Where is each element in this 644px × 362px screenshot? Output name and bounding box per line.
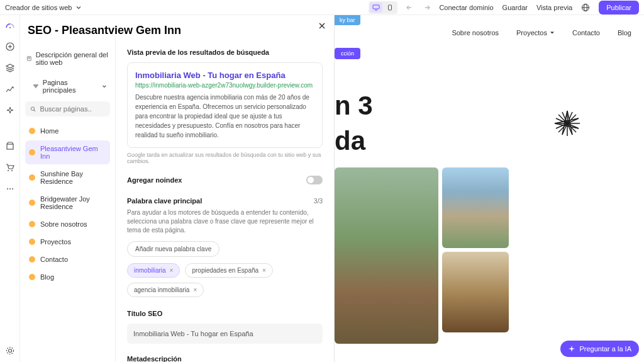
- save-link[interactable]: Guardar: [502, 4, 528, 11]
- keyword-help-text: Para ayudar a los motores de búsqueda a …: [127, 208, 323, 235]
- search-pages-box[interactable]: [25, 101, 110, 116]
- add-keyword-button[interactable]: Añadir nueva palabra clave: [127, 241, 219, 257]
- page-item-projects[interactable]: Proyectos: [25, 234, 110, 250]
- gauge-icon[interactable]: [5, 20, 15, 30]
- svg-rect-10: [7, 144, 13, 149]
- chevron-down-icon: [101, 83, 108, 89]
- svg-point-6: [9, 27, 11, 28]
- preview-link[interactable]: Vista previa: [536, 4, 572, 11]
- redo-icon[interactable]: [423, 4, 430, 11]
- nav-blog[interactable]: Blog: [618, 29, 631, 37]
- page-item-pleasantview[interactable]: Pleasantview Gem Inn: [25, 140, 110, 164]
- close-panel-button[interactable]: [318, 21, 326, 33]
- main-pages-toggle[interactable]: Paginas principales: [25, 75, 110, 98]
- gallery-image-small-2[interactable]: [442, 252, 509, 332]
- svg-point-14: [9, 188, 11, 189]
- mobile-view-button[interactable]: [384, 3, 396, 13]
- page-item-contact[interactable]: Contacto: [25, 251, 110, 268]
- chip-label: inmobiliaria: [134, 267, 166, 274]
- page-item-blog[interactable]: Blog: [25, 269, 110, 285]
- preview-section-label: Vista previa de los resultados de búsque…: [127, 48, 323, 56]
- seo-title-label: Título SEO: [127, 310, 323, 317]
- sunburst-icon: [553, 110, 581, 137]
- section-badge: cción: [335, 48, 360, 59]
- ai-sparkle-icon[interactable]: [5, 106, 15, 116]
- website-canvas[interactable]: ky bar cción Sobre nosotros Proyectos Co…: [335, 15, 644, 362]
- svg-point-17: [6, 348, 13, 354]
- connect-domain-link[interactable]: Conectar dominio: [439, 4, 493, 11]
- svg-point-12: [11, 170, 13, 171]
- add-icon[interactable]: [5, 42, 15, 52]
- svg-rect-0: [373, 5, 379, 9]
- layers-icon[interactable]: [5, 63, 15, 73]
- keyword-chip-inmobiliaria[interactable]: inmobiliaria×: [127, 263, 180, 278]
- gallery-image-small-1[interactable]: [442, 167, 509, 248]
- brand-label: Creador de sitios web: [5, 4, 72, 11]
- nav-about[interactable]: Sobre nosotros: [452, 29, 499, 37]
- serp-url: https://inmobiliaria-web-azger2w73nuolwg…: [135, 82, 314, 89]
- settings-icon[interactable]: [5, 346, 15, 356]
- publish-button[interactable]: Publicar: [599, 1, 639, 14]
- serp-note: Google tarda en actualizar sus resultado…: [127, 152, 323, 164]
- cart-icon[interactable]: [5, 162, 15, 173]
- status-dot-icon: [29, 239, 35, 245]
- page-item-about[interactable]: Sobre nosotros: [25, 216, 110, 232]
- nav-label: Proyectos: [516, 29, 547, 37]
- status-dot-icon: [29, 274, 35, 280]
- main-pages-label: Paginas principales: [43, 79, 101, 94]
- desktop-icon: [372, 4, 380, 11]
- close-icon: [318, 21, 326, 30]
- hero-title: n 3 da: [335, 91, 373, 157]
- status-dot-icon: [29, 200, 35, 206]
- site-nav: Sobre nosotros Proyectos Contacto Blog: [452, 29, 631, 37]
- chip-remove-icon[interactable]: ×: [262, 267, 266, 274]
- svg-point-13: [7, 188, 8, 189]
- store-icon[interactable]: [5, 141, 15, 151]
- nav-contact[interactable]: Contacto: [572, 29, 600, 37]
- page-label: Pleasantview Gem Inn: [40, 145, 106, 160]
- chip-label: agencia inmobiliaria: [134, 286, 189, 293]
- mobile-icon: [387, 4, 392, 11]
- svg-point-15: [12, 188, 13, 189]
- svg-point-16: [8, 349, 11, 353]
- filter-icon: [33, 83, 39, 89]
- caret-down-icon: [550, 30, 555, 35]
- ai-fab-label: Preguntar a la IA: [579, 345, 631, 353]
- noindex-label: Agregar noindex: [127, 176, 182, 184]
- site-overview-link[interactable]: Descripción general del sitio web: [25, 48, 110, 69]
- page-item-sunshine[interactable]: Sunshine Bay Residence: [25, 166, 110, 189]
- status-dot-icon: [29, 149, 35, 156]
- seo-title-input[interactable]: Inmobiliaria Web - Tu hogar en España: [127, 324, 323, 344]
- status-dot-icon: [29, 128, 35, 134]
- ai-assistant-button[interactable]: Preguntar a la IA: [560, 341, 639, 357]
- meta-label: Metadescripción: [127, 355, 323, 362]
- brand-dropdown[interactable]: Creador de sitios web: [5, 4, 82, 11]
- desktop-view-button[interactable]: [370, 3, 382, 13]
- more-icon[interactable]: [5, 184, 15, 194]
- gallery-image-large[interactable]: [335, 167, 438, 344]
- analytics-icon[interactable]: [5, 84, 15, 94]
- chip-remove-icon[interactable]: ×: [193, 286, 197, 293]
- overview-label: Descripción general del sitio web: [36, 51, 109, 66]
- svg-line-27: [34, 110, 35, 111]
- status-dot-icon: [29, 221, 35, 227]
- search-input[interactable]: [40, 105, 105, 113]
- nav-projects[interactable]: Proyectos: [516, 29, 555, 37]
- page-item-home[interactable]: Home: [25, 123, 110, 139]
- sparkle-icon: [568, 345, 575, 353]
- seo-panel-title: SEO - Pleasantview Gem Inn: [28, 24, 326, 37]
- globe-icon[interactable]: [581, 3, 590, 12]
- page-label: Sunshine Bay Residence: [40, 170, 106, 185]
- svg-rect-2: [389, 5, 392, 10]
- sticky-bar-badge: ky bar: [335, 15, 360, 25]
- chip-remove-icon[interactable]: ×: [170, 267, 174, 274]
- undo-icon[interactable]: [406, 4, 414, 11]
- noindex-toggle[interactable]: [306, 176, 323, 184]
- page-label: Contacto: [40, 256, 68, 263]
- keyword-chip-propiedades[interactable]: propiedades en España×: [185, 263, 272, 278]
- chip-label: propiedades en España: [192, 267, 258, 274]
- svg-point-11: [8, 170, 9, 171]
- page-item-bridgewater[interactable]: Bridgewater Joy Residence: [25, 191, 110, 215]
- keyword-chip-agencia[interactable]: agencia inmobiliaria×: [127, 283, 204, 297]
- page-label: Bridgewater Joy Residence: [40, 195, 106, 210]
